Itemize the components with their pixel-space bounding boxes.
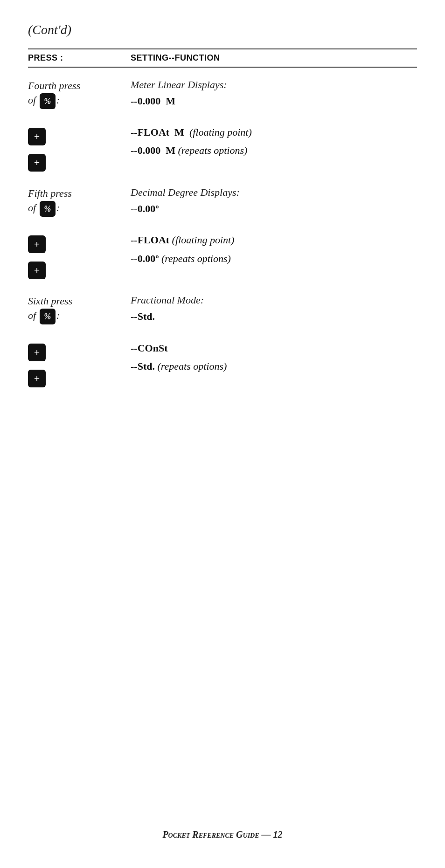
press-col-fifth: Fifth press of %:: [28, 186, 131, 217]
setting-col-fourth: Meter Linear Displays: --0.000 M: [131, 79, 417, 109]
sixth-press-label: Sixth press of %:: [28, 294, 131, 324]
fourth-icon-row: + + --FLOAt M (floating point) --0.000 M…: [28, 124, 417, 172]
fourth-setting-title: Meter Linear Displays:: [131, 79, 417, 91]
fifth-row-1: --0.00º: [131, 200, 417, 217]
plus-icon-sixth-1: +: [28, 344, 46, 361]
fourth-row-2: --FLOAt M (floating point): [131, 124, 417, 140]
press-col-fourth: Fourth press of %:: [28, 79, 131, 109]
press-col-sixth: Sixth press of %:: [28, 294, 131, 324]
fifth-icon-press: + +: [28, 232, 131, 279]
fourth-icon-press: + +: [28, 124, 131, 172]
fourth-icon-settings: --FLOAt M (floating point) --0.000 M (re…: [131, 124, 417, 158]
fifth-press-label: Fifth press of %:: [28, 186, 131, 217]
page: (Cont'd) PRESS : SETTING--FUNCTION Fourt…: [0, 0, 445, 868]
sixth-icon-settings: --COnSt --Std. (repeats options): [131, 340, 417, 374]
percent-icon-fourth: %: [40, 93, 56, 109]
fifth-icon-settings: --FLOAt (floating point) --0.00º (repeat…: [131, 232, 417, 266]
sixth-setting-title: Fractional Mode:: [131, 294, 417, 306]
sixth-row-2: --COnSt: [131, 340, 417, 356]
sixth-row-1: --Std.: [131, 308, 417, 324]
percent-icon-sixth: %: [40, 309, 56, 324]
fourth-row-3: --0.000 M (repeats options): [131, 142, 417, 158]
header-setting-label: SETTING--FUNCTION: [131, 53, 220, 63]
sixth-row-3: --Std. (repeats options): [131, 358, 417, 374]
section-fourth: Fourth press of %: Meter Linear Displays…: [28, 79, 417, 109]
setting-col-fifth: Decimal Degree Displays: --0.00º: [131, 186, 417, 217]
plus-icon-fourth-2: +: [28, 154, 46, 172]
table-header: PRESS : SETTING--FUNCTION: [28, 48, 417, 68]
percent-icon-fifth: %: [40, 201, 56, 217]
plus-icon-fifth-1: +: [28, 235, 46, 253]
setting-col-sixth: Fractional Mode: --Std.: [131, 294, 417, 324]
header-press-label: PRESS :: [28, 53, 131, 63]
sixth-icon-row: + + --COnSt --Std. (repeats options): [28, 340, 417, 387]
section-fifth: Fifth press of %: Decimal Degree Display…: [28, 186, 417, 217]
fifth-row-2: --FLOAt (floating point): [131, 232, 417, 248]
fifth-setting-title: Decimal Degree Displays:: [131, 186, 417, 199]
page-footer: Pocket Reference Guide — 12: [0, 829, 445, 840]
fourth-row-1: --0.000 M: [131, 93, 417, 109]
plus-icon-fifth-2: +: [28, 262, 46, 279]
section-sixth: Sixth press of %: Fractional Mode: --Std…: [28, 294, 417, 324]
plus-icon-fourth-1: +: [28, 128, 46, 145]
fifth-icon-row: + + --FLOAt (floating point) --0.00º (re…: [28, 232, 417, 279]
fifth-row-3: --0.00º (repeats options): [131, 250, 417, 267]
sixth-icon-press: + +: [28, 340, 131, 387]
footer-text: Pocket Reference Guide — 12: [162, 829, 282, 840]
fourth-press-label: Fourth press of %:: [28, 79, 131, 109]
page-title: (Cont'd): [28, 22, 417, 37]
plus-icon-sixth-2: +: [28, 370, 46, 387]
